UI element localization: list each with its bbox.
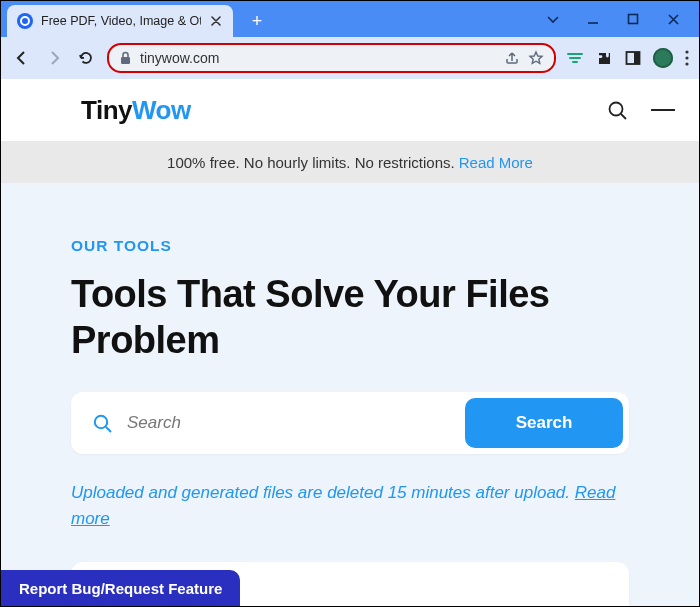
banner-read-more-link[interactable]: Read More <box>459 154 533 171</box>
toolbar-right-icons <box>566 48 689 68</box>
svg-point-8 <box>95 416 107 428</box>
browser-toolbar: tinywow.com <box>1 37 699 79</box>
menu-hamburger-icon[interactable] <box>651 98 675 122</box>
svg-rect-1 <box>121 57 130 64</box>
header-search-icon[interactable] <box>605 98 629 122</box>
extension-filter-icon[interactable] <box>566 49 584 67</box>
banner-text: 100% free. No hourly limits. No restrict… <box>167 154 455 171</box>
logo-part-tiny: Tiny <box>81 95 132 125</box>
close-window-button[interactable] <box>665 11 681 27</box>
header-actions <box>605 98 675 122</box>
svg-rect-0 <box>629 15 638 24</box>
tool-search-button[interactable]: Search <box>465 398 623 448</box>
share-icon[interactable] <box>504 50 520 66</box>
tab-close-button[interactable] <box>209 14 223 28</box>
bookmark-star-icon[interactable] <box>528 50 544 66</box>
site-logo[interactable]: TinyWow <box>81 95 191 126</box>
upload-note-text: Uploaded and generated files are deleted… <box>71 483 575 502</box>
back-button[interactable] <box>11 47 33 69</box>
site-header: TinyWow <box>1 79 699 141</box>
extensions-puzzle-icon[interactable] <box>596 50 613 67</box>
reload-button[interactable] <box>75 47 97 69</box>
window-controls <box>545 1 699 37</box>
tool-search-box: Search <box>71 392 629 454</box>
browser-tab[interactable]: Free PDF, Video, Image & Other <box>7 5 233 37</box>
tab-title: Free PDF, Video, Image & Other <box>41 14 201 28</box>
page-viewport: TinyWow 100% free. No hourly limits. No … <box>1 79 699 606</box>
kebab-menu-icon[interactable] <box>685 50 689 66</box>
address-bar[interactable]: tinywow.com <box>107 43 556 73</box>
new-tab-button[interactable]: + <box>243 7 271 35</box>
profile-avatar-icon[interactable] <box>653 48 673 68</box>
report-bug-button[interactable]: Report Bug/Request Feature <box>1 570 240 606</box>
logo-part-wow: Wow <box>132 95 191 125</box>
svg-point-7 <box>610 103 623 116</box>
lock-icon <box>119 51 132 65</box>
main-content: OUR TOOLS Tools That Solve Your Files Pr… <box>1 183 699 606</box>
browser-tabstrip: Free PDF, Video, Image & Other + <box>1 1 699 37</box>
search-icon <box>91 412 113 434</box>
svg-rect-3 <box>634 52 640 64</box>
announcement-banner: 100% free. No hourly limits. No restrict… <box>1 141 699 183</box>
page-headline: Tools That Solve Your Files Problem <box>71 271 629 364</box>
maximize-button[interactable] <box>625 11 641 27</box>
tab-favicon <box>17 13 33 29</box>
tool-search-input[interactable] <box>127 413 451 433</box>
minimize-button[interactable] <box>585 11 601 27</box>
section-eyebrow: OUR TOOLS <box>71 237 629 255</box>
address-url: tinywow.com <box>140 50 496 66</box>
svg-point-6 <box>685 62 688 65</box>
svg-point-4 <box>685 50 688 53</box>
chevron-down-icon[interactable] <box>545 11 561 27</box>
forward-button[interactable] <box>43 47 65 69</box>
upload-note: Uploaded and generated files are deleted… <box>71 480 629 533</box>
svg-point-5 <box>685 56 688 59</box>
sidepanel-icon[interactable] <box>625 50 641 66</box>
